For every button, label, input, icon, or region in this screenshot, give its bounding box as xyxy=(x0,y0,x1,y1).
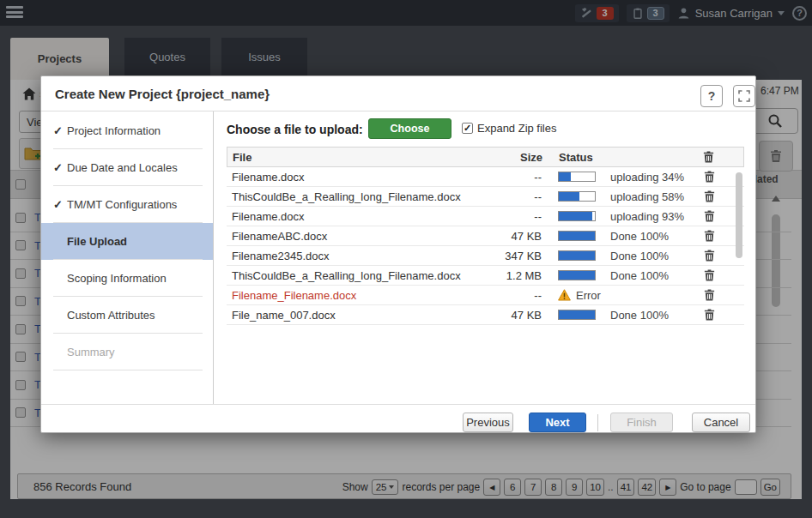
app-screen: 3 3 Susan Carrigan ? Projects Quotes Iss… xyxy=(0,0,812,518)
file-size: 347 KB xyxy=(488,250,542,262)
delete-all-button[interactable] xyxy=(702,150,715,164)
finish-button[interactable]: Finish xyxy=(610,413,673,432)
file-name: Filename_Filename.docx xyxy=(227,289,488,302)
file-name: ThisCouldBe_a_Realling_long_Filename.doc… xyxy=(227,190,488,203)
file-name: Filename.docx xyxy=(227,210,488,223)
file-size: 47 KB xyxy=(488,309,542,322)
file-column-header: File xyxy=(227,151,489,164)
file-status: Done 100% xyxy=(558,269,703,282)
expand-zip-checkbox[interactable]: ✓ xyxy=(462,123,473,134)
upload-progress-bar xyxy=(558,191,596,202)
upload-progress-bar xyxy=(558,250,596,261)
modal-header-divider xyxy=(41,111,755,111)
file-name: Filename.docx xyxy=(227,171,488,184)
upload-progress-bar xyxy=(558,172,596,182)
file-status-text: Done 100% xyxy=(610,230,669,243)
cancel-button[interactable]: Cancel xyxy=(692,413,750,432)
delete-file-button[interactable] xyxy=(703,249,716,262)
next-button[interactable]: Next xyxy=(529,413,586,432)
file-status: uploading 34% xyxy=(558,171,703,184)
wizard-step[interactable]: File Upload xyxy=(41,223,213,260)
file-size: -- xyxy=(488,171,542,184)
size-column-header: Size xyxy=(489,151,542,164)
step-check-icon: ✓ xyxy=(53,198,65,211)
upload-prompt: Choose a file to upload: xyxy=(227,123,363,136)
file-size: -- xyxy=(488,210,542,223)
upload-progress-bar xyxy=(558,270,596,280)
file-row: ThisCouldBe_a_Realling_long_Filename.doc… xyxy=(227,266,744,286)
file-table-header: File Size Status xyxy=(227,147,744,167)
previous-button[interactable]: Previous xyxy=(463,413,513,432)
upload-progress-bar xyxy=(558,211,596,221)
expand-zip-option[interactable]: ✓ Expand Zip files xyxy=(462,122,557,135)
fullscreen-button[interactable] xyxy=(733,85,755,107)
delete-file-button[interactable] xyxy=(703,288,716,302)
file-rows: Filename.docx -- uploading 34% ThisCould… xyxy=(227,167,744,325)
file-status-text: Done 100% xyxy=(610,250,669,262)
delete-file-button[interactable] xyxy=(703,229,716,243)
wizard-step-label: TM/MT Configurations xyxy=(67,198,177,211)
wizard-step[interactable]: ✓ TM/MT Configurations xyxy=(41,186,213,223)
delete-file-button[interactable] xyxy=(703,170,716,184)
file-status-text: uploading 34% xyxy=(610,171,684,184)
file-name: ThisCouldBe_a_Realling_long_Filename.doc… xyxy=(227,269,488,282)
wizard-step-label: Due Date and Locales xyxy=(67,161,178,174)
file-status: uploading 58% xyxy=(558,190,703,203)
file-row: Filename.docx -- uploading 34% xyxy=(227,167,744,187)
expand-zip-label: Expand Zip files xyxy=(477,122,557,135)
warning-icon xyxy=(558,289,571,301)
delete-file-button[interactable] xyxy=(703,268,716,282)
file-row: File_name_007.docx 47 KB Done 100% xyxy=(227,305,744,325)
status-column-header: Status xyxy=(559,151,702,164)
wizard-step[interactable]: Summary xyxy=(41,334,213,370)
file-name: FilenameABC.docx xyxy=(227,230,488,243)
wizard-step[interactable]: Custom Attributes xyxy=(41,297,213,334)
file-status-text: Done 100% xyxy=(610,309,669,322)
file-row: Filename2345.docx 347 KB Done 100% xyxy=(227,246,744,266)
file-row: FilenameABC.docx 47 KB Done 100% xyxy=(227,226,744,246)
wizard-step[interactable]: ✓ Due Date and Locales xyxy=(41,149,213,186)
upload-file-table: File Size Status Filename.docx -- upload… xyxy=(227,147,744,325)
delete-file-button[interactable] xyxy=(703,209,716,223)
modal-scrollbar-thumb[interactable] xyxy=(736,172,742,258)
modal-title: Create New Project {project_name} xyxy=(55,87,270,101)
wizard-step-label: Scoping Information xyxy=(67,272,167,285)
wizard-step-label: Custom Attributes xyxy=(67,309,155,322)
file-status: Done 100% xyxy=(558,309,703,322)
file-row: Filename.docx -- uploading 93% xyxy=(227,207,744,226)
file-size: 1.2 MB xyxy=(488,269,542,282)
create-project-modal: Create New Project {project_name} ? ✓ Pr… xyxy=(40,75,756,433)
button-divider xyxy=(597,414,598,431)
step-check-icon: ✓ xyxy=(53,161,65,174)
wizard-step[interactable]: Scoping Information xyxy=(41,260,213,297)
file-size: -- xyxy=(488,190,542,203)
fullscreen-icon xyxy=(738,90,750,102)
modal-footer-divider xyxy=(41,404,755,405)
file-status: Done 100% xyxy=(558,230,703,243)
file-status: uploading 93% xyxy=(558,210,703,223)
file-size: 47 KB xyxy=(488,230,542,243)
delete-file-button[interactable] xyxy=(703,308,716,322)
file-status-text: Done 100% xyxy=(610,269,669,282)
wizard-step[interactable]: ✓ Project Information xyxy=(41,112,213,149)
wizard-step-label: Project Information xyxy=(67,124,161,137)
file-status-text: Error xyxy=(576,289,601,302)
choose-file-button[interactable]: Choose xyxy=(368,118,451,139)
file-row: ThisCouldBe_a_Realling_long_Filename.doc… xyxy=(227,187,744,207)
delete-file-button[interactable] xyxy=(703,190,716,203)
file-status-text: uploading 58% xyxy=(610,190,684,203)
upload-progress-bar xyxy=(558,231,596,241)
file-size: -- xyxy=(488,289,542,302)
wizard-step-label: File Upload xyxy=(67,235,127,248)
modal-help-button[interactable]: ? xyxy=(700,85,723,107)
step-check-icon: ✓ xyxy=(53,124,65,137)
wizard-step-label: Summary xyxy=(67,346,115,358)
file-row: Filename_Filename.docx -- Error xyxy=(227,286,744,305)
upload-progress-bar xyxy=(558,310,596,320)
file-status-text: uploading 93% xyxy=(610,210,684,223)
modal-buttons: Previous Next Finish Cancel xyxy=(41,413,755,433)
steps-divider xyxy=(213,111,214,404)
file-status: Done 100% xyxy=(558,250,703,262)
modal-steps: ✓ Project Information ✓ Due Date and Loc… xyxy=(41,112,213,370)
file-status: Error xyxy=(558,289,703,302)
